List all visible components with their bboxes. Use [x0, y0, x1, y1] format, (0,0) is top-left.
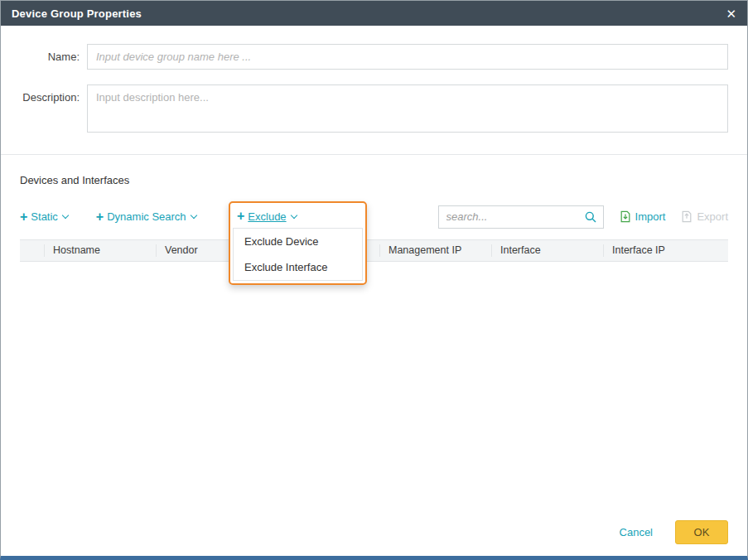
search-input[interactable]: [446, 210, 584, 223]
column-header-interface-ip[interactable]: Interface IP: [604, 244, 728, 257]
import-label: Import: [635, 210, 666, 223]
chevron-down-icon: [290, 211, 297, 218]
name-label: Name:: [20, 44, 80, 70]
section-title: Devices and Interfaces: [20, 174, 728, 186]
export-button[interactable]: Export: [681, 210, 728, 223]
export-icon: [681, 210, 693, 223]
cancel-button[interactable]: Cancel: [620, 526, 653, 538]
exclude-label: Exclude: [248, 210, 286, 223]
export-label: Export: [697, 210, 728, 223]
plus-icon: +: [237, 210, 244, 223]
menu-item-exclude-interface[interactable]: Exclude Interface: [234, 254, 362, 280]
name-row: Name:: [20, 44, 728, 70]
menu-item-exclude-device[interactable]: Exclude Device: [234, 229, 362, 254]
devices-toolbar: + Static + Dynamic Search + Exclude Excl…: [20, 205, 728, 229]
exclude-dropdown-highlight: + Exclude Exclude Device Exclude Interfa…: [229, 201, 367, 285]
search-box: [438, 205, 604, 229]
dialog-content: Name: Description: Devices and Interface…: [1, 26, 747, 508]
column-header-select: [20, 244, 45, 257]
column-header-hostname[interactable]: Hostname: [45, 244, 157, 257]
import-icon: [620, 210, 631, 223]
dynamic-search-dropdown-button[interactable]: + Dynamic Search: [96, 210, 196, 224]
device-group-properties-dialog: Device Group Properties ✕ Name: Descript…: [0, 0, 748, 560]
column-header-management-ip[interactable]: Management IP: [380, 244, 492, 257]
devices-table-body: [20, 262, 728, 508]
exclude-dropdown-button[interactable]: + Exclude: [233, 205, 363, 228]
section-divider: [1, 154, 747, 155]
column-header-interface[interactable]: Interface: [492, 244, 604, 257]
chevron-down-icon: [190, 212, 196, 219]
import-button[interactable]: Import: [620, 210, 666, 223]
static-dropdown-button[interactable]: + Static: [20, 210, 68, 224]
dialog-title: Device Group Properties: [12, 7, 726, 20]
chevron-down-icon: [62, 212, 69, 219]
name-input[interactable]: [87, 44, 728, 70]
exclude-menu: Exclude Device Exclude Interface: [233, 228, 363, 281]
dialog-titlebar: Device Group Properties ✕: [1, 1, 747, 26]
plus-icon: +: [96, 210, 104, 224]
plus-icon: +: [20, 210, 27, 224]
description-row: Description:: [20, 84, 728, 133]
static-label: Static: [31, 210, 58, 223]
dialog-footer: Cancel OK: [1, 508, 747, 556]
description-label: Description:: [20, 84, 80, 133]
close-icon[interactable]: ✕: [726, 7, 736, 20]
search-icon[interactable]: [584, 210, 597, 224]
dynamic-search-label: Dynamic Search: [107, 210, 186, 223]
devices-table-header: Hostname Vendor Management IP Interface …: [20, 239, 728, 262]
description-input[interactable]: [87, 84, 728, 133]
ok-button[interactable]: OK: [675, 520, 728, 544]
